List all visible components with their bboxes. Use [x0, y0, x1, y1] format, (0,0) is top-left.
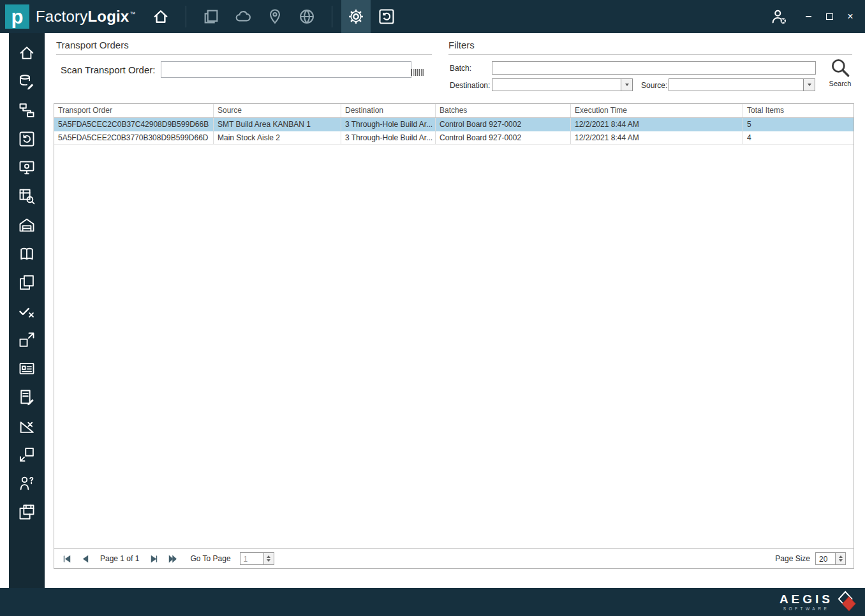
logout-user-button[interactable]	[763, 0, 795, 33]
source-combobox[interactable]	[669, 78, 815, 91]
column-header-total-items[interactable]: Total Items	[743, 104, 854, 117]
cell-execution-time: 12/2/2021 8:44 AM	[571, 131, 743, 144]
box-arrow-out-icon	[18, 331, 36, 349]
destination-combobox[interactable]	[492, 78, 633, 91]
sidebar-item-operator-question[interactable]	[16, 473, 38, 494]
last-page-button[interactable]	[168, 554, 177, 564]
filters-title: Filters	[448, 40, 475, 50]
sidebar-item-workstation[interactable]	[16, 158, 38, 178]
open-book-icon	[18, 245, 36, 263]
cell-batches: Control Board 927-0002	[436, 118, 571, 131]
search-label: Search	[829, 80, 852, 87]
spinner-arrows[interactable]	[263, 553, 274, 564]
sidebar	[9, 33, 45, 588]
batch-filter-input[interactable]	[492, 61, 816, 75]
settings-gear-icon	[347, 8, 365, 26]
table-row[interactable]: 5A5FDA5CEC2C0B37C42908D9B599D66B SMT Bui…	[54, 118, 854, 131]
cell-total-items: 5	[743, 118, 854, 131]
sidebar-item-id-card[interactable]	[16, 358, 38, 379]
next-page-button[interactable]	[149, 554, 159, 564]
column-header-transport-order[interactable]: Transport Order	[54, 104, 214, 117]
maximize-button[interactable]	[825, 12, 834, 21]
sidebar-item-process-flow[interactable]	[16, 100, 38, 121]
page-size-value: 20	[816, 553, 835, 564]
history-button[interactable]	[371, 0, 403, 33]
close-icon	[847, 11, 853, 22]
cell-source: Main Stock Aisle 2	[214, 131, 341, 144]
destination-label: Destination:	[450, 81, 490, 90]
first-page-button[interactable]	[62, 554, 71, 564]
aegis-brand-text: AEGIS	[780, 593, 833, 605]
go-to-page-spinner[interactable]: 1	[240, 552, 274, 565]
titlebar-separator	[332, 6, 332, 27]
globe-button[interactable]	[291, 0, 323, 33]
pages-button[interactable]	[195, 0, 227, 33]
cell-destination: 3 Through-Hole Build Ar...	[341, 131, 436, 144]
sidebar-item-receive[interactable]	[16, 444, 38, 465]
previous-page-icon	[81, 555, 89, 563]
network-button[interactable]	[227, 0, 259, 33]
sidebar-item-documentation[interactable]	[16, 244, 38, 264]
history-icon	[18, 130, 36, 148]
page-size-spinner[interactable]: 20	[815, 552, 846, 565]
transport-orders-title: Transport Orders	[56, 40, 129, 50]
table-search-icon	[18, 187, 36, 205]
cell-execution-time: 12/2/2021 8:44 AM	[571, 118, 743, 131]
sidebar-item-table-search[interactable]	[16, 186, 38, 207]
sidebar-item-home[interactable]	[16, 43, 38, 63]
filters-divider	[448, 54, 852, 55]
column-header-execution-time[interactable]: Execution Time	[571, 104, 743, 117]
spinner-up-icon	[839, 555, 843, 558]
page-indicator: Page 1 of 1	[100, 554, 139, 563]
app-title: FactoryLogix™	[36, 8, 136, 26]
spinner-down-icon	[267, 559, 270, 562]
first-page-icon	[63, 555, 71, 563]
column-header-destination[interactable]: Destination	[341, 104, 436, 117]
sidebar-item-copy[interactable]	[16, 272, 38, 293]
table-header-row: Transport Order Source Destination Batch…	[54, 104, 854, 118]
sidebar-item-warehouse[interactable]	[16, 215, 38, 235]
spinner-up-icon	[267, 555, 270, 558]
go-to-page-label: Go To Page	[190, 554, 230, 563]
main-content: Transport Orders Scan Transport Order: F…	[45, 33, 865, 588]
home-nav-button[interactable]	[145, 0, 177, 33]
warehouse-icon	[18, 216, 36, 234]
minimize-icon	[806, 16, 811, 17]
sidebar-item-measure[interactable]	[16, 416, 38, 436]
cell-destination: 3 Through-Hole Build Ar...	[341, 118, 436, 131]
column-header-source[interactable]: Source	[214, 104, 341, 117]
last-page-icon	[168, 555, 177, 563]
pages-icon	[202, 8, 220, 26]
sidebar-item-material-transfer[interactable]	[16, 330, 38, 350]
app-title-bold: Logix	[87, 8, 129, 25]
destination-value	[492, 79, 621, 91]
location-button[interactable]	[259, 0, 291, 33]
source-label: Source:	[641, 81, 667, 90]
titlebar-separator	[186, 6, 186, 27]
search-button[interactable]: Search	[824, 57, 857, 87]
destination-dropdown-button[interactable]	[621, 79, 632, 91]
home-icon	[18, 44, 36, 62]
cell-transport-order: 5A5FDA5CEE2C0B3770B308D9B599D66D	[54, 131, 214, 144]
previous-page-button[interactable]	[80, 554, 90, 564]
sidebar-item-schedule-copy[interactable]	[16, 502, 38, 522]
aegis-diamond-icon	[837, 590, 857, 614]
spinner-arrows[interactable]	[835, 553, 845, 564]
sidebar-item-history[interactable]	[16, 129, 38, 149]
column-header-batches[interactable]: Batches	[436, 104, 571, 117]
sidebar-item-database-edit[interactable]	[16, 71, 38, 92]
cell-batches: Control Board 927-0002	[436, 131, 571, 144]
close-button[interactable]	[846, 12, 855, 21]
settings-button[interactable]	[341, 0, 371, 33]
sidebar-item-document-edit[interactable]	[16, 387, 38, 407]
table-row[interactable]: 5A5FDA5CEE2C0B3770B308D9B599D66D Main St…	[54, 131, 854, 145]
footer: AEGIS SOFTWARE	[0, 588, 865, 616]
minimize-button[interactable]	[804, 12, 813, 21]
scan-transport-order-input[interactable]	[161, 61, 411, 78]
id-card-icon	[18, 360, 36, 378]
maximize-icon	[826, 13, 833, 20]
set-square-x-icon	[18, 417, 36, 435]
source-dropdown-button[interactable]	[803, 79, 815, 91]
sidebar-item-verify[interactable]	[16, 301, 38, 321]
page-size-label: Page Size	[775, 554, 810, 563]
